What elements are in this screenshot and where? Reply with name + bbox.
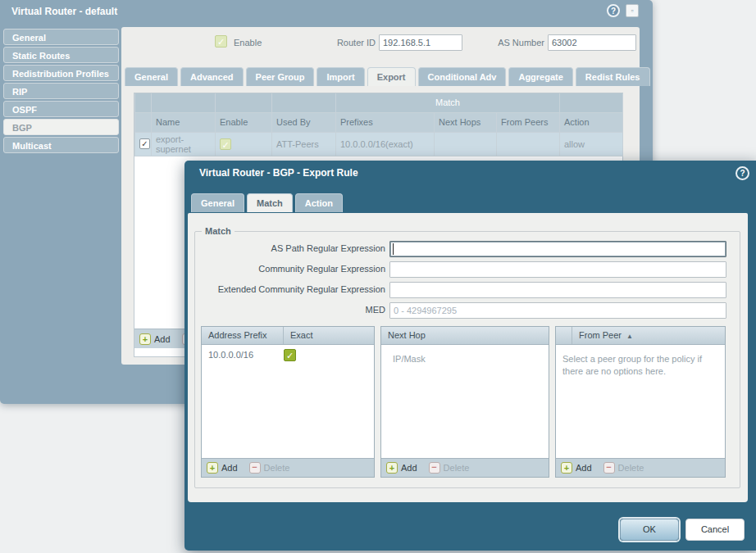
tab-peer-group[interactable]: Peer Group: [246, 67, 315, 86]
as-path-row: AS Path Regular Expression: [188, 241, 748, 257]
community-input[interactable]: [389, 261, 726, 278]
add-icon: +: [561, 462, 572, 474]
export-rule-tabbar: General Match Action: [191, 193, 343, 212]
as-number-input[interactable]: [548, 34, 636, 51]
cell-name: export- supernet: [152, 132, 216, 156]
as-number-label: AS Number: [462, 38, 544, 48]
col-next-hops[interactable]: Next Hops: [435, 112, 497, 132]
tab-general[interactable]: General: [191, 193, 244, 212]
community-label: Community Regular Expression: [194, 264, 385, 274]
delete-from-peer-button[interactable]: − Delete: [603, 462, 644, 474]
as-path-input[interactable]: [389, 241, 726, 257]
col-action[interactable]: Action: [560, 112, 623, 132]
exact-checkbox[interactable]: ✓: [284, 349, 296, 361]
tab-advanced[interactable]: Advanced: [180, 67, 244, 86]
table-row[interactable]: ✓ export- supernet ✓ ATT-Peers 10.0.0.0/…: [135, 132, 623, 156]
sidebar-item-multicast[interactable]: Multicast: [3, 137, 119, 153]
help-icon[interactable]: ?: [607, 4, 620, 17]
add-from-peer-button[interactable]: + Add: [561, 462, 592, 474]
selector-col: [556, 327, 572, 344]
table-group-header-row: Match: [135, 93, 623, 112]
add-icon: +: [139, 333, 151, 345]
sort-asc-icon: ▲: [626, 333, 633, 340]
add-rule-button[interactable]: + Add: [139, 333, 171, 345]
ext-community-input[interactable]: [389, 282, 726, 298]
router-id-label: Router ID: [294, 38, 376, 48]
dialog-title: Virtual Router - BGP - Export Rule: [199, 167, 358, 179]
sidebar-item-general[interactable]: General: [3, 29, 119, 45]
med-row: MED: [188, 302, 748, 319]
col-name[interactable]: Name: [152, 112, 216, 132]
help-icon[interactable]: ?: [736, 166, 749, 180]
cancel-button[interactable]: Cancel: [685, 519, 745, 541]
ok-button[interactable]: OK: [620, 519, 679, 541]
tab-general[interactable]: General: [125, 67, 178, 86]
sidebar-item-redistribution-profiles[interactable]: Redistribution Profiles: [3, 65, 119, 81]
add-prefix-button[interactable]: + Add: [207, 462, 238, 474]
match-group-header: Match: [336, 93, 560, 112]
address-prefix-header: Address Prefix Exact: [202, 327, 374, 345]
tab-aggregate[interactable]: Aggregate: [508, 67, 572, 86]
row-select-checkbox[interactable]: ✓: [139, 138, 150, 149]
enable-checkbox[interactable]: ✓: [215, 35, 227, 48]
bgp-tabbar: General Advanced Peer Group Import Expor…: [125, 67, 650, 86]
address-prefix-panel: Address Prefix Exact 10.0.0.0/16 ✓ + Add…: [201, 326, 375, 478]
text-caret: [393, 243, 394, 255]
router-id-input[interactable]: [379, 34, 462, 51]
prefix-value: 10.0.0.0/16: [202, 350, 284, 360]
delete-icon: −: [603, 462, 615, 474]
from-peer-empty-text: Select a peer group for the policy if th…: [556, 345, 725, 378]
next-hop-panel: Next Hop IP/Mask + Add − Delete: [380, 326, 549, 478]
tab-match[interactable]: Match: [247, 193, 293, 212]
tab-export[interactable]: Export: [367, 67, 416, 86]
col-address-prefix[interactable]: Address Prefix: [202, 327, 284, 344]
col-enable[interactable]: Enable: [216, 112, 272, 132]
ext-community-label: Extended Community Regular Expression: [194, 284, 385, 294]
from-peer-footer: + Add − Delete: [556, 458, 725, 477]
tab-conditional-adv[interactable]: Conditional Adv: [418, 67, 507, 86]
address-prefix-footer: + Add − Delete: [202, 458, 374, 477]
cell-from-peers: [497, 132, 560, 156]
delete-prefix-button[interactable]: − Delete: [249, 462, 290, 474]
community-row: Community Regular Expression: [188, 261, 748, 278]
cell-action: allow: [560, 132, 623, 156]
sidebar-item-rip[interactable]: RIP: [3, 83, 119, 99]
from-peer-header: From Peer▲: [556, 327, 725, 345]
tab-import[interactable]: Import: [317, 67, 364, 86]
cell-next-hops: [435, 132, 497, 156]
delete-icon: −: [429, 462, 440, 474]
restore-window-icon[interactable]: ▫: [626, 4, 639, 17]
col-used-by[interactable]: Used By: [272, 112, 336, 132]
cell-prefixes: 10.0.0.0/16(exact): [336, 132, 435, 156]
as-path-label: AS Path Regular Expression: [194, 243, 385, 253]
delete-next-hop-button[interactable]: − Delete: [429, 462, 470, 474]
col-next-hop[interactable]: Next Hop: [381, 327, 549, 344]
enable-label: Enable: [234, 38, 262, 48]
med-input[interactable]: [389, 302, 726, 319]
sidebar-item-bgp[interactable]: BGP: [3, 119, 119, 135]
next-hop-placeholder: IP/Mask: [381, 345, 549, 365]
col-from-peer[interactable]: From Peer▲: [572, 327, 725, 344]
col-exact[interactable]: Exact: [284, 327, 374, 344]
dialog-title: Virtual Router - default: [11, 6, 117, 17]
add-icon: +: [386, 462, 398, 474]
prefix-row[interactable]: 10.0.0.0/16 ✓: [202, 345, 374, 365]
col-prefixes[interactable]: Prefixes: [336, 112, 435, 132]
from-peer-body: Select a peer group for the policy if th…: [556, 345, 725, 458]
delete-icon: −: [249, 462, 261, 474]
add-icon: +: [207, 462, 218, 474]
sidebar-item-ospf[interactable]: OSPF: [3, 101, 119, 117]
next-hop-body: IP/Mask: [381, 345, 549, 458]
export-rule-dialog: Virtual Router - BGP - Export Rule ? Gen…: [184, 161, 756, 551]
tab-redist-rules[interactable]: Redist Rules: [576, 67, 650, 86]
add-next-hop-button[interactable]: + Add: [386, 462, 417, 474]
ext-community-row: Extended Community Regular Expression: [188, 282, 748, 298]
sidebar-item-static-routes[interactable]: Static Routes: [3, 47, 119, 63]
next-hop-footer: + Add − Delete: [381, 458, 549, 477]
from-peer-panel: From Peer▲ Select a peer group for the p…: [555, 326, 726, 478]
table-header-row: Name Enable Used By Prefixes Next Hops F…: [135, 112, 623, 132]
cell-used-by: ATT-Peers: [272, 132, 336, 156]
col-from-peers[interactable]: From Peers: [497, 112, 560, 132]
tab-action[interactable]: Action: [295, 193, 343, 212]
row-enable-checkbox: ✓: [220, 138, 231, 150]
